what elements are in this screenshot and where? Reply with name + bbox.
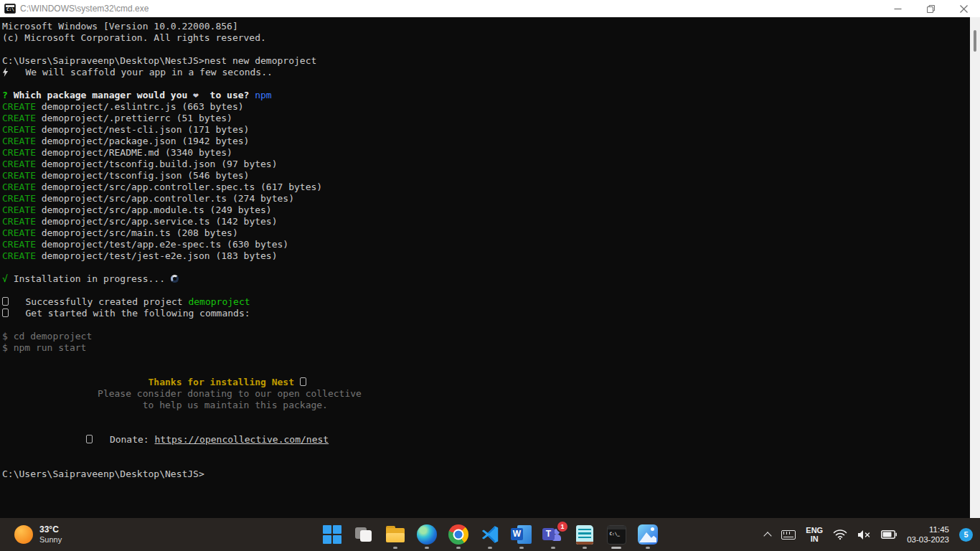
file-explorer-button[interactable] xyxy=(380,519,411,550)
missing-glyph-icon xyxy=(2,309,9,317)
terminal-line xyxy=(2,44,970,55)
terminal-line: (c) Microsoft Corporation. All rights re… xyxy=(2,32,970,44)
running-indicator xyxy=(488,547,492,549)
running-indicator xyxy=(425,547,429,549)
terminal-line: $ npm run start xyxy=(2,342,970,354)
cmd-icon: C:\_ xyxy=(607,525,626,545)
terminal-line: ? Which package manager would you ❤ to u… xyxy=(2,90,970,101)
task-view-icon xyxy=(354,525,373,544)
terminal-line: Please consider donating to our open col… xyxy=(2,388,970,400)
terminal-line: Successfully created project demoproject xyxy=(2,296,970,308)
donate-link[interactable]: https://opencollective.com/nest xyxy=(155,434,329,445)
terminal-line xyxy=(2,411,970,423)
terminal-line: CREATE demoproject/.eslintrc.js (663 byt… xyxy=(2,101,970,113)
touch-keyboard-button[interactable] xyxy=(778,520,798,549)
weather-condition: Sunny xyxy=(39,535,62,545)
terminal-line: C:\Users\Saipraveenp\Desktop\NestJS>nest… xyxy=(2,55,970,67)
terminal-line xyxy=(2,457,970,468)
terminal-line: $ cd demoproject xyxy=(2,331,970,342)
sun-icon xyxy=(14,525,33,544)
notification-count-badge[interactable]: 5 xyxy=(959,528,973,542)
weather-temperature: 33°C xyxy=(39,525,62,535)
running-indicator xyxy=(519,547,524,549)
weather-widget[interactable]: 33°C Sunny xyxy=(9,518,67,551)
terminal-line: to help us maintain this package. xyxy=(2,400,970,411)
start-button[interactable] xyxy=(316,519,348,550)
terminal-line: Get started with the following commands: xyxy=(2,308,970,319)
battery-icon xyxy=(881,530,897,539)
wifi-icon xyxy=(833,529,847,540)
running-indicator xyxy=(583,547,587,549)
terminal-line: CREATE demoproject/nest-cli.json (171 by… xyxy=(2,124,970,136)
folder-icon xyxy=(385,526,405,543)
lightning-icon xyxy=(2,67,9,77)
chrome-icon xyxy=(448,524,468,545)
terminal-line xyxy=(2,446,970,457)
terminal-line: CREATE demoproject/tsconfig.json (546 by… xyxy=(2,170,970,182)
running-indicator xyxy=(551,547,555,549)
terminal-line: CREATE demoproject/test/jest-e2e.json (1… xyxy=(2,250,970,262)
keyboard-icon xyxy=(781,530,796,540)
language-switcher[interactable]: ENG IN xyxy=(803,520,826,549)
active-running-indicator xyxy=(611,547,621,549)
missing-glyph-icon xyxy=(86,435,93,443)
terminal-line: CREATE demoproject/README.md (3340 bytes… xyxy=(2,147,970,159)
missing-glyph-icon xyxy=(2,297,9,306)
edge-icon xyxy=(417,524,437,545)
terminal-line: Thanks for installing Nest xyxy=(2,377,970,388)
terminal-scrollbar[interactable] xyxy=(970,17,980,518)
terminal-line: CREATE demoproject/src/app.controller.ts… xyxy=(2,193,970,204)
photos-icon xyxy=(638,524,658,545)
language-code: ENG xyxy=(806,526,823,534)
photos-button[interactable] xyxy=(632,519,664,550)
terminal-line: √ Installation in progress... xyxy=(2,273,970,285)
terminal-line: CREATE demoproject/.prettierrc (51 bytes… xyxy=(2,113,970,124)
word-button[interactable]: W xyxy=(506,519,537,550)
teams-notification-badge: 1 xyxy=(556,520,569,533)
terminal-output: Microsoft Windows [Version 10.0.22000.85… xyxy=(0,17,970,518)
terminal-line: CREATE demoproject/src/app.module.ts (24… xyxy=(2,204,970,216)
terminal-line: We will scaffold your app in a few secon… xyxy=(2,67,970,78)
system-tray: ENG IN xyxy=(761,518,980,551)
teams-button[interactable]: T 1 xyxy=(537,519,569,550)
terminal-line: CREATE demoproject/src/app.service.ts (1… xyxy=(2,216,970,227)
vscode-button[interactable] xyxy=(474,519,506,550)
edge-button[interactable] xyxy=(411,519,443,550)
terminal-line xyxy=(2,262,970,273)
coffee-spinner-icon xyxy=(171,275,179,283)
terminal-line xyxy=(2,78,970,90)
terminal-line: C:\Users\Saipraveenp\Desktop\NestJS> xyxy=(2,468,970,480)
chevron-up-icon xyxy=(764,531,771,538)
notepad-button[interactable] xyxy=(569,519,600,550)
terminal-line: CREATE demoproject/package.json (1942 by… xyxy=(2,136,970,147)
scrollbar-thumb[interactable] xyxy=(974,30,976,52)
notepad-icon xyxy=(576,525,593,545)
tray-time: 11:45 xyxy=(929,524,949,534)
restore-button[interactable] xyxy=(914,0,947,17)
task-view-button[interactable] xyxy=(348,519,380,550)
running-indicator xyxy=(456,547,461,549)
tray-overflow-button[interactable] xyxy=(761,520,774,549)
close-button[interactable] xyxy=(947,0,980,17)
running-indicator xyxy=(646,547,650,549)
window-title: C:\WINDOWS\system32\cmd.exe xyxy=(20,4,881,14)
chrome-button[interactable] xyxy=(443,519,474,550)
terminal-line: CREATE demoproject/src/main.ts (208 byte… xyxy=(2,227,970,239)
speaker-muted-icon xyxy=(857,529,871,540)
clock[interactable]: 11:45 03-03-2023 xyxy=(904,520,952,549)
terminal-line xyxy=(2,285,970,296)
cmd-button[interactable]: C:\_ xyxy=(600,519,632,550)
taskbar: 33°C Sunny xyxy=(0,518,980,551)
vscode-icon xyxy=(480,524,500,545)
network-button[interactable] xyxy=(830,520,850,549)
title-bar: C:\WINDOWS\system32\cmd.exe xyxy=(0,0,980,17)
tray-date: 03-03-2023 xyxy=(907,534,949,545)
windows-logo-icon xyxy=(323,525,341,544)
terminal-line xyxy=(2,365,970,377)
volume-button[interactable] xyxy=(854,520,874,549)
battery-button[interactable] xyxy=(878,520,900,549)
terminal-line: CREATE demoproject/tsconfig.build.json (… xyxy=(2,159,970,170)
minimize-button[interactable] xyxy=(881,0,914,17)
missing-glyph-icon xyxy=(300,377,306,386)
terminal-line: Donate: https://opencollective.com/nest xyxy=(2,434,970,446)
